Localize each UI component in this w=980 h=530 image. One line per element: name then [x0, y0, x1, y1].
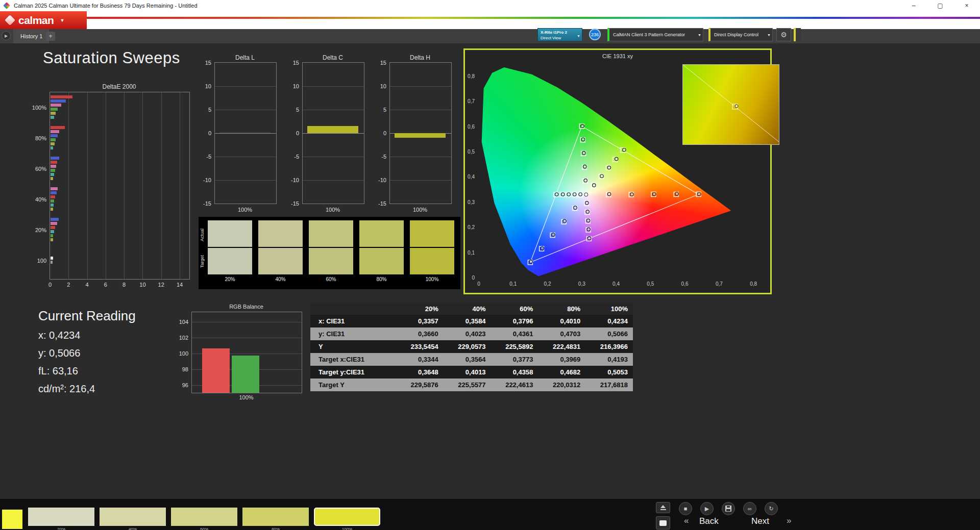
mini-y-label: -5 — [381, 154, 386, 160]
cie-measured-marker-green — [581, 124, 584, 128]
target-swatch — [309, 248, 353, 274]
table-cell: 0,4010 — [538, 317, 585, 325]
close-button[interactable]: × — [953, 0, 980, 11]
actual-swatch — [359, 220, 404, 247]
deltae-bar — [51, 238, 53, 241]
rgb-gridline — [192, 338, 302, 338]
meter-status-badge[interactable]: 236 — [589, 29, 601, 40]
target-row-label: Target — [200, 248, 206, 274]
mini-gridline — [303, 180, 364, 181]
cie-measured-marker-cyan — [561, 193, 565, 196]
next-button[interactable]: Next — [751, 516, 769, 526]
table-cell: 0,3796 — [491, 317, 538, 325]
display-control-label: Direct Display Control — [714, 32, 758, 37]
table-cell: 0,3648 — [396, 368, 444, 376]
swatch-compare-panel: Actual Target 20%40%60%80%100% — [199, 217, 460, 289]
rgb-balance-title: RGB Balance — [191, 304, 301, 310]
tab-scroll-button[interactable]: ▶ — [2, 31, 11, 40]
maximize-button[interactable]: ▢ — [927, 0, 953, 11]
rainbow-accent-line — [87, 17, 980, 19]
deltae-x-tick: 2 — [67, 282, 70, 288]
mini-y-label: -15 — [378, 200, 386, 207]
cie-x-tick: 0,7 — [716, 281, 723, 287]
mini-gridline — [215, 133, 276, 134]
deltae-bar — [51, 146, 53, 149]
pattern-swatch[interactable] — [314, 508, 380, 526]
mini-y-label: 0 — [383, 130, 386, 136]
delta-l-title: Delta L — [214, 54, 276, 61]
table-row-label: Target Y — [310, 381, 396, 389]
table-row-label: Target x:CIE31 — [310, 356, 396, 363]
table-cell: 0,4361 — [491, 330, 538, 338]
deltae-bar — [51, 138, 56, 141]
pattern-swatch-label: 20% — [28, 527, 94, 530]
swatch-step-label: 40% — [258, 276, 303, 282]
table-header-cell: 20% — [396, 305, 444, 313]
meter-name: X-Rite i1Pro 2 — [541, 30, 575, 35]
deltae-x-tick: 4 — [86, 282, 89, 288]
mini-y-label: 5 — [383, 107, 386, 113]
delta-c-plot: 151050-5-10-15 — [302, 62, 364, 204]
cie-chart-title: CIE 1931 xy — [465, 53, 770, 59]
mini-y-label: 10 — [293, 83, 299, 89]
table-row-label: x: CIE31 — [310, 317, 396, 325]
eject-button[interactable] — [656, 502, 670, 513]
cie-inset-zoom — [682, 64, 779, 145]
table-cell: 0,3969 — [538, 356, 585, 363]
mini-y-label: 10 — [380, 83, 386, 89]
deltae-y-label: 20% — [35, 227, 46, 233]
stop-button[interactable]: ■ — [679, 502, 692, 515]
rgb-balance-chart: 1041021009896 — [191, 312, 302, 393]
add-tab-button[interactable]: + — [46, 32, 55, 41]
cie-measured-marker-magenta — [585, 201, 589, 205]
rgb-y-label: 100 — [179, 350, 188, 357]
disk-icon — [725, 506, 731, 512]
mini-bar-value — [219, 132, 271, 133]
table-row-label: Y — [310, 343, 396, 350]
tab-history-1[interactable]: History 1 — [13, 29, 50, 43]
actual-swatch — [258, 220, 303, 247]
table-cell: 0,3357 — [396, 317, 444, 325]
rgb-balance-x-label: 100% — [191, 394, 301, 400]
deltae-bar — [51, 99, 66, 103]
table-cell: 216,3966 — [585, 343, 633, 350]
settings-button[interactable]: ⚙ — [776, 28, 791, 41]
table-cell: 0,4193 — [585, 356, 633, 363]
partial-edge-control[interactable] — [794, 28, 801, 41]
deltae-gridline — [106, 92, 106, 279]
pattern-swatch[interactable] — [242, 508, 309, 526]
pattern-swatch[interactable] — [171, 508, 237, 526]
table-cell: 0,3584 — [444, 317, 491, 325]
back-chevron-icon[interactable]: « — [684, 516, 689, 526]
table-row: Target Y229,5876225,5577222,4613220,0312… — [310, 378, 633, 391]
pattern-swatch[interactable] — [100, 508, 166, 526]
display-window-button[interactable] — [656, 516, 670, 529]
deltae-y-label: 100 — [37, 258, 46, 264]
deltae-bar — [51, 104, 61, 107]
table-header-cell: 40% — [444, 305, 491, 313]
meter-dropdown[interactable]: X-Rite i1Pro 2 Direct View ▼ — [537, 28, 582, 41]
next-chevron-icon[interactable]: » — [787, 516, 791, 526]
pattern-generator-dropdown[interactable]: CalMAN Client 3 Pattern Generator ▼ — [607, 28, 703, 41]
pattern-swatch[interactable] — [28, 508, 94, 526]
link-button[interactable]: ∞ — [743, 502, 756, 515]
display-control-dropdown[interactable]: Direct Display Control ▼ — [708, 28, 773, 41]
back-button[interactable]: Back — [699, 516, 719, 526]
current-reading-x: x: 0,4234 — [38, 330, 80, 341]
save-button[interactable] — [722, 502, 735, 515]
deltae-bar — [51, 177, 53, 180]
play-button[interactable]: ▶ — [700, 502, 714, 515]
deltae-x-tick: 14 — [177, 282, 183, 288]
mini-y-label: 0 — [208, 130, 211, 136]
table-cell: 0,3660 — [396, 330, 444, 338]
minimize-button[interactable]: – — [900, 0, 927, 11]
deltae-bar — [51, 226, 55, 229]
calman-menu-button[interactable]: calman ▼ — [0, 11, 87, 29]
deltae-y-label: 80% — [35, 135, 46, 141]
inset-gamut-edge — [683, 65, 779, 144]
refresh-button[interactable]: ↻ — [765, 502, 778, 515]
table-row-label: Target y:CIE31 — [310, 368, 396, 376]
deltae-x-tick: 10 — [139, 282, 145, 288]
deltae-bar — [51, 195, 55, 198]
cie-measured-marker-red — [675, 192, 678, 195]
